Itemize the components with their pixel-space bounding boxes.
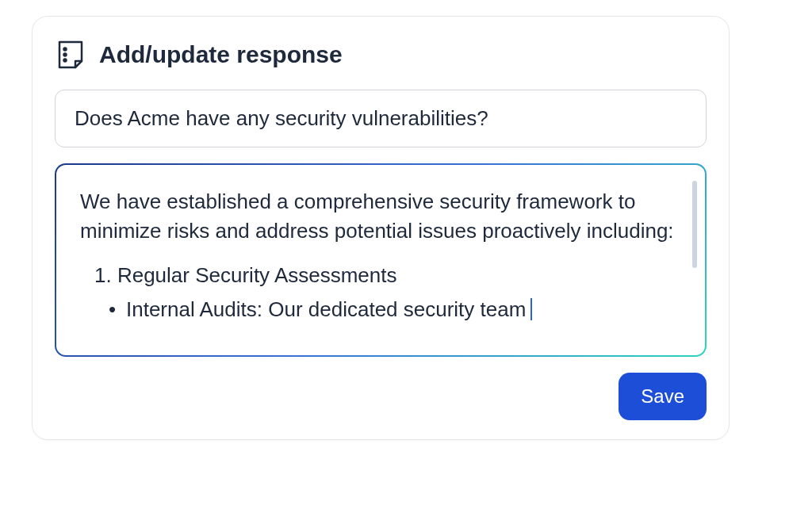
svg-point-2 (64, 59, 67, 62)
card-title: Add/update response (99, 41, 343, 68)
save-button[interactable]: Save (619, 373, 707, 420)
response-content[interactable]: We have established a comprehensive secu… (56, 165, 705, 355)
text-cursor (530, 298, 532, 320)
note-icon (55, 39, 86, 71)
response-field[interactable]: We have established a comprehensive secu… (55, 163, 707, 357)
card-footer: Save (55, 373, 707, 420)
list-item-text: Regular Security Assessments (117, 263, 397, 287)
scrollbar-thumb[interactable] (692, 181, 697, 268)
list-number: 1. (94, 263, 112, 287)
response-list-item: 1. Regular Security Assessments (80, 260, 681, 291)
response-card: Add/update response We have established … (32, 16, 730, 440)
bullet-item-text: Internal Audits: Our dedicated security … (126, 297, 526, 321)
question-input[interactable] (55, 90, 707, 147)
svg-point-0 (64, 48, 67, 51)
response-intro-text: We have established a comprehensive secu… (80, 187, 681, 246)
card-header: Add/update response (55, 39, 707, 71)
svg-point-1 (64, 54, 67, 56)
response-bullet-item: Internal Audits: Our dedicated security … (80, 294, 681, 325)
